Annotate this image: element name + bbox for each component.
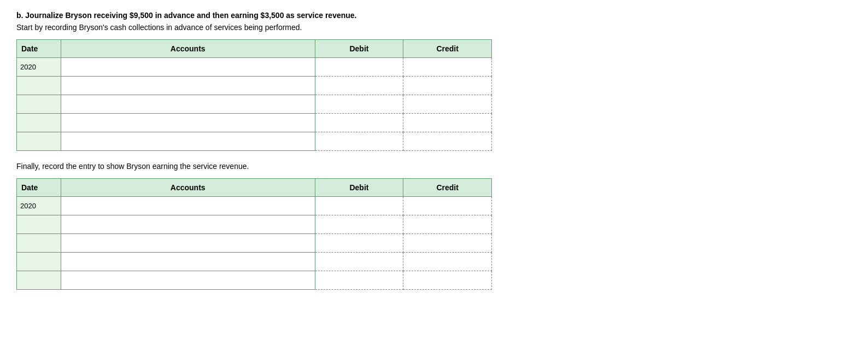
table1-credit-row1[interactable] (403, 58, 492, 77)
table2-debit-row4[interactable] (315, 253, 403, 271)
table2-date-row1: 2020 (17, 197, 61, 215)
table-row (17, 215, 492, 234)
table2-account-row2[interactable] (61, 215, 315, 234)
table2-credit-header: Credit (403, 179, 492, 197)
table1-credit-row3[interactable] (403, 95, 492, 114)
table-row (17, 234, 492, 253)
table2-account-row4[interactable] (61, 253, 315, 271)
table1-credit-row4[interactable] (403, 114, 492, 132)
table2-debit-input-row2[interactable] (315, 215, 403, 233)
table1-date-row3 (17, 95, 61, 114)
table2-credit-input-row3[interactable] (403, 234, 491, 252)
table2-credit-row5[interactable] (403, 271, 492, 290)
table2-credit-input-row5[interactable] (403, 271, 491, 289)
table2-debit-row2[interactable] (315, 215, 403, 234)
table2-date-row4 (17, 253, 61, 271)
table2-account-input-row2[interactable] (61, 215, 315, 233)
table2-credit-row2[interactable] (403, 215, 492, 234)
table1-credit-row2[interactable] (403, 77, 492, 95)
table2-credit-row4[interactable] (403, 253, 492, 271)
table1-credit-row5[interactable] (403, 132, 492, 151)
table-row (17, 77, 492, 95)
table2-debit-input-row3[interactable] (315, 234, 403, 252)
table2-date-row5 (17, 271, 61, 290)
table2-account-row1[interactable] (61, 197, 315, 215)
table1-account-input-row5[interactable] (61, 132, 315, 150)
table1-debit-row5[interactable] (315, 132, 403, 151)
table2-credit-row1[interactable] (403, 197, 492, 215)
table-row: 2020 (17, 58, 492, 77)
table1-date-row5 (17, 132, 61, 151)
table1-account-input-row3[interactable] (61, 95, 315, 113)
table1-account-row2[interactable] (61, 77, 315, 95)
table-row: 2020 (17, 197, 492, 215)
table2-account-row5[interactable] (61, 271, 315, 290)
journal-table-2: Date Accounts Debit Credit 2020 (16, 178, 492, 290)
table1-date-row2 (17, 77, 61, 95)
table1-account-row3[interactable] (61, 95, 315, 114)
table1-debit-row1[interactable] (315, 58, 403, 77)
table1-date-row4 (17, 114, 61, 132)
table2-account-input-row1[interactable] (61, 197, 315, 215)
table2-debit-input-row1[interactable] (315, 197, 403, 215)
table1-debit-input-row3[interactable] (315, 95, 403, 113)
table2-accounts-header: Accounts (61, 179, 315, 197)
table1-account-row5[interactable] (61, 132, 315, 151)
instruction-bold: b. Journalize Bryson receiving $9,500 in… (16, 11, 852, 20)
table2-account-input-row5[interactable] (61, 271, 315, 289)
table1-debit-input-row4[interactable] (315, 114, 403, 132)
table1-account-input-row1[interactable] (61, 58, 315, 76)
table1-debit-row3[interactable] (315, 95, 403, 114)
table1-debit-input-row5[interactable] (315, 132, 403, 150)
table1-date-header: Date (17, 40, 61, 58)
table-row (17, 271, 492, 290)
table2-debit-row1[interactable] (315, 197, 403, 215)
table1-account-input-row4[interactable] (61, 114, 315, 132)
table2-debit-input-row4[interactable] (315, 253, 403, 271)
table2-date-row3 (17, 234, 61, 253)
table2-date-row2 (17, 215, 61, 234)
table2-account-input-row3[interactable] (61, 234, 315, 252)
table1-credit-input-row3[interactable] (403, 95, 491, 113)
table2-debit-input-row5[interactable] (315, 271, 403, 289)
table1-account-row4[interactable] (61, 114, 315, 132)
table-row (17, 253, 492, 271)
table1-debit-input-row1[interactable] (315, 58, 403, 76)
table1-credit-input-row1[interactable] (403, 58, 491, 76)
table2-credit-input-row4[interactable] (403, 253, 491, 271)
journal-table-1: Date Accounts Debit Credit 2020 (16, 39, 492, 151)
table2-account-row3[interactable] (61, 234, 315, 253)
table2-date-header: Date (17, 179, 61, 197)
table1-debit-input-row2[interactable] (315, 77, 403, 95)
table1-credit-input-row4[interactable] (403, 114, 491, 132)
instruction-start: Start by recording Bryson's cash collect… (16, 23, 852, 32)
table1-debit-row4[interactable] (315, 114, 403, 132)
table1-credit-header: Credit (403, 40, 492, 58)
table2-credit-input-row2[interactable] (403, 215, 491, 233)
table1-account-row1[interactable] (61, 58, 315, 77)
table2-debit-header: Debit (315, 179, 403, 197)
table-row (17, 95, 492, 114)
table1-credit-input-row5[interactable] (403, 132, 491, 150)
table-row (17, 114, 492, 132)
table2-debit-row5[interactable] (315, 271, 403, 290)
table-row (17, 132, 492, 151)
table2-credit-input-row1[interactable] (403, 197, 491, 215)
table2-account-input-row4[interactable] (61, 253, 315, 271)
table1-date-row1: 2020 (17, 58, 61, 77)
table1-debit-row2[interactable] (315, 77, 403, 95)
table1-debit-header: Debit (315, 40, 403, 58)
instruction-finally: Finally, record the entry to show Bryson… (16, 162, 852, 171)
table1-credit-input-row2[interactable] (403, 77, 491, 95)
table1-accounts-header: Accounts (61, 40, 315, 58)
table2-credit-row3[interactable] (403, 234, 492, 253)
table1-account-input-row2[interactable] (61, 77, 315, 95)
table2-debit-row3[interactable] (315, 234, 403, 253)
